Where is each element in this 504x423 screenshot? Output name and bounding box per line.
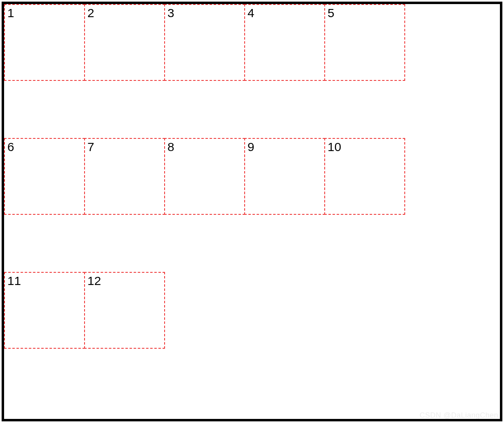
grid-cell: 12: [84, 272, 165, 349]
grid-cell: 6: [4, 138, 85, 215]
grid-cell: 10: [324, 138, 405, 215]
grid-container: 1 2 3 4 5 6 7 8 9 10 11 12: [2, 2, 502, 421]
grid-cell: 4: [244, 4, 325, 81]
grid-cell: 11: [4, 272, 85, 349]
grid-cell: 9: [244, 138, 325, 215]
grid-row: 11 12: [4, 272, 500, 349]
grid-cell: 5: [324, 4, 405, 81]
grid-row: 1 2 3 4 5: [4, 4, 500, 81]
grid-row: 6 7 8 9 10: [4, 138, 500, 215]
grid-cell: 2: [84, 4, 165, 81]
grid-cell: 1: [4, 4, 85, 81]
grid-cell: 7: [84, 138, 165, 215]
grid-cell: 3: [164, 4, 245, 81]
grid-cell: 8: [164, 138, 245, 215]
